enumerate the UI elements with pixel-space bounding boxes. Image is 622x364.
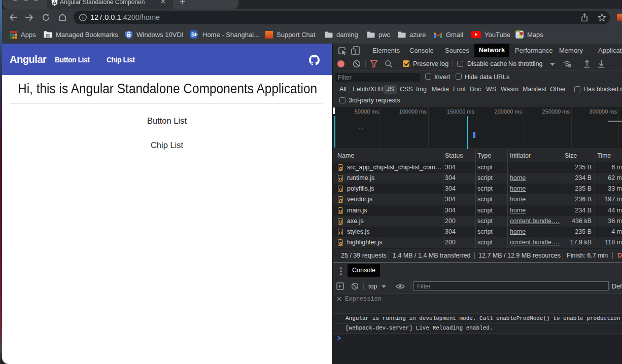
svg-text:S: S (191, 31, 195, 38)
